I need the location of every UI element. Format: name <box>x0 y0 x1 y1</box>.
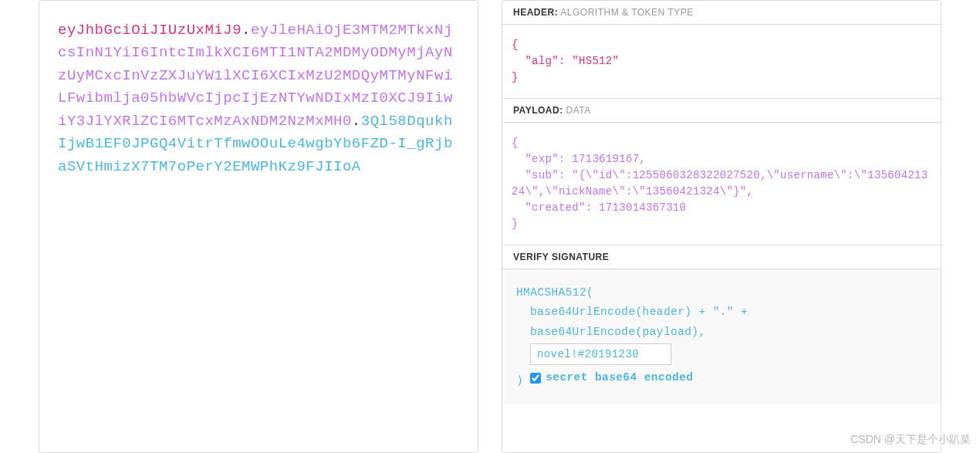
header-label: HEADER: <box>513 7 558 18</box>
verify-signature-body: HMACSHA512( base64UrlEncode(header) + ".… <box>502 269 941 404</box>
signature-line-2: base64UrlEncode(header) + "." + <box>516 303 927 322</box>
payload-desc: DATA <box>566 105 591 116</box>
signature-line-3: base64UrlEncode(payload), <box>516 323 927 342</box>
payload-json-body[interactable]: { "exp": 1713619167, "sub": "{\"id\":125… <box>502 123 941 245</box>
signature-close: ) <box>516 374 523 387</box>
header-json-text: { "alg": "HS512" } <box>512 37 931 86</box>
jwt-token-text[interactable]: eyJhbGciOiJIUzUxMiJ9.eyJleHAiOjE3MTM2MTk… <box>58 19 459 178</box>
header-section-title: HEADER: ALGORITHM & TOKEN TYPE <box>502 1 941 25</box>
secret-input[interactable] <box>530 343 671 365</box>
signature-line-1: HMACSHA512( <box>516 283 927 303</box>
jwt-dot-1: . <box>242 22 251 39</box>
jwt-header-segment: eyJhbGciOiJIUzUxMiJ9 <box>58 22 242 39</box>
jwt-dot-2: . <box>352 113 361 130</box>
watermark: CSDN @天下是个小趴菜 <box>850 433 971 447</box>
payload-section-title: PAYLOAD: DATA <box>502 98 941 123</box>
header-desc: ALGORITHM & TOKEN TYPE <box>560 7 693 18</box>
header-json-body[interactable]: { "alg": "HS512" } <box>502 25 941 98</box>
verify-label: VERIFY SIGNATURE <box>513 252 609 262</box>
jwt-decoded-panel: HEADER: ALGORITHM & TOKEN TYPE { "alg": … <box>502 0 941 453</box>
payload-label: PAYLOAD: <box>513 105 563 116</box>
payload-json-text: { "exp": 1713619167, "sub": "{\"id\":125… <box>512 135 931 232</box>
secret-base64-checkbox[interactable] <box>530 373 541 384</box>
secret-base64-label[interactable]: secret base64 encoded <box>546 368 693 387</box>
verify-signature-section-title: VERIFY SIGNATURE <box>502 245 941 269</box>
jwt-encoded-panel[interactable]: eyJhbGciOiJIUzUxMiJ9.eyJleHAiOjE3MTM2MTk… <box>39 0 478 453</box>
